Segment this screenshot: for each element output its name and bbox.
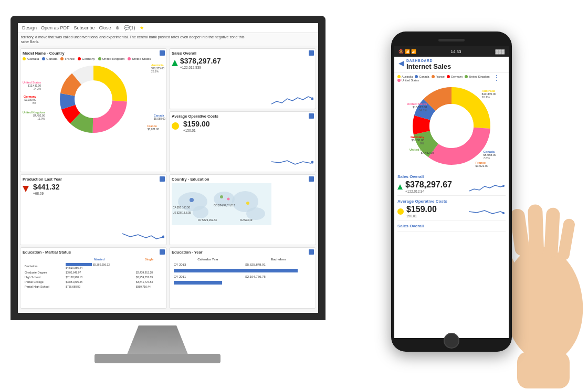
phone-costs-title: Average Operative Costs bbox=[397, 199, 506, 204]
costs-sparkline bbox=[271, 156, 313, 170]
table-row: Partial College $3,881,815.45 $3,841,727… bbox=[24, 280, 163, 283]
trend-up-icon bbox=[172, 60, 178, 66]
menu-icon[interactable]: ⋮ bbox=[493, 73, 500, 82]
toolbar-subscribe[interactable]: Subscribe bbox=[74, 25, 95, 30]
donut-card: Model Name - Country Australia Canada Fr… bbox=[20, 48, 167, 172]
status-time: 14:33 bbox=[450, 49, 461, 54]
phone-body: 🔕 📶 📶 14:33 ▓▓▓ ◀ DASHBOARD Internet Sal… bbox=[391, 31, 512, 352]
phone-costs-sparkline bbox=[469, 206, 506, 218]
kpi-prod-title: Production Last Year bbox=[23, 177, 164, 182]
edu-year-title: Education - Year bbox=[172, 250, 313, 255]
phone-home-button[interactable] bbox=[444, 333, 459, 349]
toolbar-comment[interactable]: 💬(1) bbox=[124, 25, 135, 30]
donut-chart-svg bbox=[57, 62, 130, 136]
country-edu-title: Country - Education bbox=[172, 177, 313, 182]
donut-legend: Australia Canada France Germany United K… bbox=[23, 57, 164, 60]
phone-status-bar: 🔕 📶 📶 14:33 ▓▓▓ bbox=[394, 46, 509, 57]
donut-card-icon[interactable] bbox=[160, 50, 165, 56]
table-row: Graduate Degree $3,02,646.97 $2,439,913.… bbox=[24, 270, 163, 274]
toolbar-close[interactable]: Close bbox=[99, 25, 111, 30]
kpi-sales-change: +122,012.939 bbox=[180, 66, 221, 69]
phone-kpi-sales: Sales Overall $378,297.67 +122,012.94 bbox=[397, 172, 506, 196]
svg-point-36 bbox=[499, 244, 588, 365]
article-text: territory, a move that was called unconv… bbox=[18, 33, 318, 46]
phone-screen: 🔕 📶 📶 14:33 ▓▓▓ ◀ DASHBOARD Internet Sal… bbox=[394, 46, 509, 338]
phone-costs-value: $159.00 bbox=[406, 205, 437, 214]
svg-text:GB $24,99,01,013: GB $24,99,01,013 bbox=[214, 204, 235, 207]
svg-point-7 bbox=[76, 81, 111, 117]
phone-donut-row: Australia $10,335.00 26.1% United States… bbox=[397, 84, 506, 170]
phone-speaker bbox=[438, 39, 465, 41]
svg-rect-39 bbox=[528, 204, 544, 257]
monitor-screen: Design Open as PDF Subscribe Close ⊕ 💬(1… bbox=[10, 16, 326, 320]
dashboard-label: DASHBOARD bbox=[406, 59, 451, 62]
svg-rect-42 bbox=[517, 352, 570, 388]
phone-sales-change: +122,012.94 bbox=[405, 190, 452, 193]
donut-card-title: Model Name - Country bbox=[23, 51, 164, 56]
toolbar-share-icon: ⊕ bbox=[116, 25, 120, 30]
toolbar-pdf[interactable]: Open as PDF bbox=[41, 25, 70, 30]
kpi-avg-costs: Average Operative Costs $159.00 +150.01 bbox=[169, 111, 316, 172]
phone-kpi-sales-link[interactable]: Sales Overall bbox=[397, 222, 506, 232]
monitor: Design Open as PDF Subscribe Close ⊕ 💬(1… bbox=[0, 0, 346, 378]
kpi-costs-title: Average Operative Costs bbox=[172, 114, 313, 119]
country-education-card: Country - Education bbox=[169, 174, 316, 245]
phone-costs-change: 150.01 bbox=[406, 214, 437, 218]
phone-content: Australia Canada France Germany United K… bbox=[394, 73, 509, 331]
table-row bbox=[173, 268, 312, 274]
svg-point-17 bbox=[190, 198, 194, 202]
screen-dashboard: Model Name - Country Australia Canada Fr… bbox=[18, 46, 318, 311]
svg-text:CA $50,160.50: CA $50,160.50 bbox=[173, 206, 190, 209]
toolbar-star[interactable]: ★ bbox=[140, 25, 144, 30]
table-row: CY 2011 $2,194,756.75 bbox=[173, 275, 312, 279]
kpi-prod-change: +68.69 bbox=[33, 192, 60, 195]
table-row bbox=[173, 280, 312, 286]
sales-sparkline bbox=[271, 93, 313, 107]
status-left: 🔕 📶 📶 bbox=[398, 49, 416, 54]
education-martial-card: Education - Martial Status Married Singl… bbox=[20, 247, 167, 309]
monitor-base bbox=[94, 354, 220, 363]
edu-martial-icon[interactable] bbox=[160, 249, 165, 255]
edu-year-icon[interactable] bbox=[309, 249, 314, 255]
world-map-svg: CA $50,160.50 US $28,18,8.35 FR $629,162… bbox=[172, 183, 271, 225]
phone-sales-value: $378,297.67 bbox=[405, 180, 452, 190]
toolbar-design[interactable]: Design bbox=[22, 25, 37, 30]
prod-sparkline bbox=[122, 229, 164, 243]
table-row: CY 2013 $5,625,848.91 bbox=[173, 262, 312, 267]
screen-content: Design Open as PDF Subscribe Close ⊕ 💬(1… bbox=[18, 23, 318, 313]
page-title: Internet Sales bbox=[406, 62, 451, 70]
country-edu-icon[interactable] bbox=[309, 176, 314, 182]
edu-martial-table: Married Single Bachelors $5,389,256.32$4… bbox=[23, 256, 164, 289]
screen-toolbar: Design Open as PDF Subscribe Close ⊕ 💬(1… bbox=[18, 23, 318, 33]
phone-sales-link-label[interactable]: Sales Overall bbox=[397, 224, 506, 228]
kpi-prod-value: $441.32 bbox=[33, 183, 60, 191]
kpi-prod-icon[interactable] bbox=[160, 176, 165, 182]
svg-point-34 bbox=[502, 185, 505, 187]
svg-point-16 bbox=[193, 206, 208, 218]
phone-donut-chart bbox=[410, 84, 494, 168]
kpi-costs-change: +150.01 bbox=[183, 129, 210, 132]
back-button[interactable]: ◀ bbox=[398, 59, 404, 67]
kpi-production: Production Last Year $441.32 +68.69 bbox=[20, 174, 167, 245]
trend-down-icon bbox=[23, 186, 29, 192]
svg-point-35 bbox=[502, 212, 505, 214]
status-battery: ▓▓▓ bbox=[495, 49, 505, 54]
monitor-stand bbox=[126, 325, 189, 357]
table-row: Bachelors $5,389,256.32$4,510,886.44 bbox=[24, 262, 163, 269]
svg-point-20 bbox=[246, 202, 249, 205]
svg-text:AU $23,49: AU $23,49 bbox=[240, 218, 253, 222]
phone-sales-sparkline bbox=[469, 182, 506, 193]
svg-rect-40 bbox=[544, 207, 560, 258]
kpi-sales-title: Sales Overall bbox=[172, 51, 313, 56]
svg-point-18 bbox=[220, 195, 223, 198]
circle-indicator bbox=[172, 122, 179, 130]
svg-text:FR $629,162.33: FR $629,162.33 bbox=[198, 218, 217, 222]
phone-header: ◀ DASHBOARD Internet Sales ⋮ bbox=[394, 57, 509, 73]
kpi-costs-icon[interactable] bbox=[309, 113, 314, 119]
phone-sales-title: Sales Overall bbox=[397, 174, 506, 179]
kpi-sales-icon[interactable] bbox=[309, 50, 314, 56]
phone-trend-up bbox=[397, 184, 403, 190]
svg-rect-41 bbox=[557, 218, 576, 261]
kpi-sales-value: $378,297.67 bbox=[180, 57, 221, 65]
phone-kpi-costs: Average Operative Costs $159.00 150.01 bbox=[397, 197, 506, 220]
